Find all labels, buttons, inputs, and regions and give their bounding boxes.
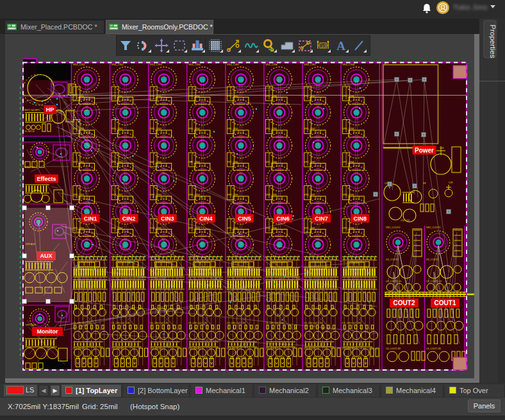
svg-text:VR8_CIN8: VR8_CIN8: [342, 194, 354, 196]
svg-text:C9_CIN C12_CIN: C9_CIN C12_CIN: [150, 322, 169, 324]
svg-text:VR6_CIN8: VR6_CIN8: [342, 128, 354, 130]
svg-text:CIN1: CIN1: [84, 215, 97, 222]
svg-text:C49: C49: [449, 181, 453, 184]
svg-text:VR7_CIN5: VR7_CIN5: [227, 161, 238, 164]
svg-text:C5 S6 C8: C5 S6 C8: [24, 130, 35, 133]
svg-text:VR8_CIN7: VR8_CIN7: [304, 194, 315, 196]
svg-text:A: A: [336, 39, 345, 53]
svg-text:VR8_CIN3: VR8_CIN3: [150, 194, 161, 196]
svg-text:VR8_CIN1: VR8_CIN1: [72, 194, 84, 196]
svg-text:COUT2: COUT2: [393, 299, 415, 307]
svg-text:VR6_CIN5: VR6_CIN5: [227, 128, 238, 130]
svg-text:VR6_CIN7: VR6_CIN7: [304, 128, 315, 130]
svg-text:VR8_CIN6: VR8_CIN6: [265, 194, 277, 196]
svg-text:C8_COUT2 R9: C8_COUT2 R9: [386, 348, 401, 350]
svg-text:VR9_CIN3: VR9_CIN3: [150, 227, 161, 230]
svg-text:VR7_CIN4: VR7_CIN4: [188, 161, 200, 164]
svg-text:C9_CIN C12_CIN: C9_CIN C12_CIN: [227, 322, 245, 324]
svg-text:Properties: Properties: [489, 24, 497, 58]
svg-text:CIN7: CIN7: [315, 215, 328, 222]
svg-text:VR8_CIN4: VR8_CIN4: [188, 194, 200, 196]
svg-text:C8_COUT1 R9: C8_COUT1 R9: [426, 348, 441, 350]
svg-text:VR7_CIN1: VR7_CIN1: [72, 161, 84, 164]
svg-text:VR7_CIN7: VR7_CIN7: [304, 161, 315, 164]
svg-text:VR8 EFX1: VR8 EFX1: [24, 166, 35, 169]
svg-text:VR9_CIN5: VR9_CIN5: [227, 227, 238, 230]
svg-text:VR8_CIN2: VR8_CIN2: [112, 194, 123, 196]
svg-text:HP: HP: [46, 106, 54, 113]
svg-text:VR9_CIN8: VR9_CIN8: [342, 227, 354, 230]
svg-text:VR8_CIN5: VR8_CIN5: [227, 194, 238, 196]
svg-text:CIN4: CIN4: [199, 215, 213, 222]
svg-text:Effects: Effects: [37, 176, 56, 182]
svg-text:CIN8: CIN8: [353, 215, 367, 222]
svg-text:VR7_CIN3: VR7_CIN3: [150, 161, 161, 164]
svg-text:VR9_CIN4: VR9_CIN4: [188, 227, 200, 230]
svg-text:VR6_CIN4: VR6_CIN4: [188, 128, 200, 130]
svg-text:CIN2: CIN2: [122, 215, 136, 222]
svg-text:10: 10: [320, 44, 326, 48]
svg-text:VR7_CIN8: VR7_CIN8: [342, 161, 354, 164]
svg-text:C9_CIN C12_CIN: C9_CIN C12_CIN: [342, 322, 361, 324]
svg-text:CIN3: CIN3: [161, 215, 174, 222]
svg-text:C9_CIN C12_CIN: C9_CIN C12_CIN: [304, 322, 322, 324]
svg-text:CIN5: CIN5: [238, 215, 251, 222]
svg-text:SST1 S4 HPO: SST1 S4 HPO: [24, 109, 40, 112]
svg-text:Power: Power: [415, 147, 434, 154]
svg-text:VR7_CIN6: VR7_CIN6: [265, 161, 277, 164]
svg-text:C44: C44: [440, 147, 444, 149]
svg-text:VR6_CIN6: VR6_CIN6: [265, 128, 277, 130]
svg-text:C50 C51: C50 C51: [401, 219, 410, 222]
svg-text:VR6_CIN3: VR6_CIN3: [150, 128, 161, 130]
svg-text:Monitor: Monitor: [37, 328, 58, 335]
svg-text:VR6_CIN2: VR6_CIN2: [112, 128, 123, 130]
svg-text:COUT1: COUT1: [435, 299, 456, 307]
svg-text:VR2_COUT2: VR2_COUT2: [386, 226, 400, 229]
svg-text:VR9_CIN7: VR9_CIN7: [304, 227, 315, 230]
svg-text:VR9_CIN6: VR9_CIN6: [265, 227, 277, 230]
svg-text:C9_CIN C12_CIN: C9_CIN C12_CIN: [112, 322, 130, 324]
svg-text:CIN6: CIN6: [276, 215, 290, 222]
